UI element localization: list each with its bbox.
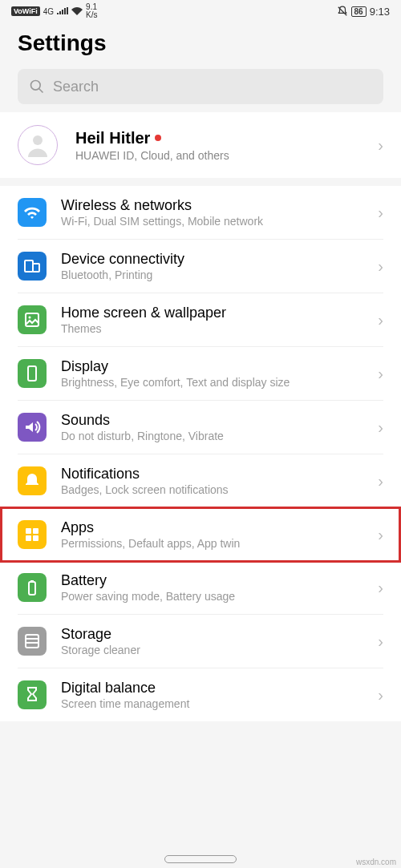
page-title: Settings xyxy=(0,22,401,69)
setting-subtitle: Brightness, Eye comfort, Text and displa… xyxy=(61,376,378,389)
setting-title: Sounds xyxy=(61,412,378,429)
home-indicator[interactable] xyxy=(164,855,237,863)
status-bar: VoWiFi 4G 9.1K/s 86 9:13 xyxy=(0,0,401,22)
status-right: 86 9:13 xyxy=(337,6,390,18)
hourglass-icon xyxy=(18,680,47,709)
signal-icon xyxy=(57,7,68,15)
svg-line-1 xyxy=(39,89,43,93)
setting-row-battery[interactable]: Battery Power saving mode, Battery usage… xyxy=(18,561,383,615)
setting-title: Home screen & wallpaper xyxy=(61,305,378,321)
setting-row-storage[interactable]: Storage Storage cleaner › xyxy=(18,615,383,668)
setting-row-devices[interactable]: Device connectivity Bluetooth, Printing … xyxy=(18,240,383,293)
setting-row-wifi[interactable]: Wireless & networks Wi-Fi, Dual SIM sett… xyxy=(18,186,383,240)
chevron-right-icon: › xyxy=(378,365,383,383)
phone-icon xyxy=(18,359,47,388)
setting-title: Digital balance xyxy=(61,680,378,696)
wifi-icon xyxy=(18,198,47,227)
chevron-right-icon: › xyxy=(378,311,383,329)
network-type: 4G xyxy=(43,7,54,16)
chevron-right-icon: › xyxy=(378,632,383,651)
svg-point-0 xyxy=(31,81,41,91)
setting-title: Wireless & networks xyxy=(61,197,378,214)
chevron-right-icon: › xyxy=(378,472,383,491)
svg-point-6 xyxy=(29,317,31,319)
setting-title: Battery xyxy=(61,572,378,589)
chevron-right-icon: › xyxy=(378,686,383,704)
status-left: VoWiFi 4G 9.1K/s xyxy=(11,3,98,19)
setting-row-apps[interactable]: Apps Permissions, Default apps, App twin… xyxy=(2,508,399,561)
svg-rect-13 xyxy=(30,580,34,582)
setting-row-image[interactable]: Home screen & wallpaper Themes › xyxy=(18,293,383,347)
chevron-right-icon: › xyxy=(378,579,383,597)
setting-row-phone[interactable]: Display Brightness, Eye comfort, Text an… xyxy=(18,347,383,401)
avatar xyxy=(18,125,58,165)
devices-icon xyxy=(18,252,47,281)
profile-row[interactable]: Heil Hitler HUAWEI ID, Cloud, and others… xyxy=(0,112,401,186)
chevron-right-icon: › xyxy=(378,257,383,276)
vowifi-badge: VoWiFi xyxy=(11,6,40,16)
svg-rect-10 xyxy=(26,535,31,541)
image-icon xyxy=(18,305,47,334)
network-speed: 9.1K/s xyxy=(86,3,97,19)
setting-subtitle: Wi-Fi, Dual SIM settings, Mobile network xyxy=(61,215,378,228)
setting-subtitle: Badges, Lock screen notifications xyxy=(61,483,378,496)
setting-title: Apps xyxy=(61,519,378,536)
setting-row-hourglass[interactable]: Digital balance Screen time management › xyxy=(18,668,383,721)
setting-title: Device connectivity xyxy=(61,251,378,268)
wifi-status-icon xyxy=(71,7,83,15)
setting-title: Display xyxy=(61,358,378,375)
chevron-right-icon: › xyxy=(378,204,383,222)
profile-name: Heil Hitler xyxy=(75,129,378,147)
svg-point-2 xyxy=(33,135,43,145)
setting-subtitle: Do not disturb, Ringtone, Vibrate xyxy=(61,430,378,442)
setting-title: Storage xyxy=(61,626,378,643)
search-input[interactable]: Search xyxy=(18,69,383,104)
notification-dot-icon xyxy=(155,135,161,141)
chevron-right-icon: › xyxy=(378,418,383,437)
chevron-right-icon: › xyxy=(378,136,383,155)
setting-subtitle: Storage cleaner xyxy=(61,644,378,656)
apps-icon xyxy=(18,520,47,549)
profile-subtitle: HUAWEI ID, Cloud, and others xyxy=(75,149,378,162)
svg-rect-12 xyxy=(29,582,35,595)
battery-level: 86 xyxy=(351,6,367,17)
battery-icon xyxy=(18,573,47,602)
setting-title: Notifications xyxy=(61,466,378,482)
svg-rect-4 xyxy=(33,264,39,272)
bell-icon xyxy=(18,466,47,495)
search-icon xyxy=(29,79,45,95)
svg-rect-11 xyxy=(33,535,38,541)
mute-icon xyxy=(337,6,348,17)
search-placeholder: Search xyxy=(53,79,99,95)
svg-rect-8 xyxy=(26,528,31,534)
setting-subtitle: Permissions, Default apps, App twin xyxy=(61,537,378,550)
clock: 9:13 xyxy=(370,6,390,18)
watermark: wsxdn.com xyxy=(356,858,396,866)
svg-rect-7 xyxy=(28,366,36,381)
chevron-right-icon: › xyxy=(378,526,383,544)
setting-subtitle: Power saving mode, Battery usage xyxy=(61,590,378,603)
setting-subtitle: Themes xyxy=(61,322,378,335)
setting-subtitle: Bluetooth, Printing xyxy=(61,268,378,281)
sound-icon xyxy=(18,413,47,442)
storage-icon xyxy=(18,627,47,656)
setting-subtitle: Screen time management xyxy=(61,697,378,710)
svg-rect-14 xyxy=(26,635,38,648)
svg-rect-3 xyxy=(25,260,33,272)
setting-row-bell[interactable]: Notifications Badges, Lock screen notifi… xyxy=(18,454,383,508)
svg-rect-5 xyxy=(26,313,38,326)
setting-row-sound[interactable]: Sounds Do not disturb, Ringtone, Vibrate… xyxy=(18,401,383,454)
svg-rect-9 xyxy=(33,528,38,534)
